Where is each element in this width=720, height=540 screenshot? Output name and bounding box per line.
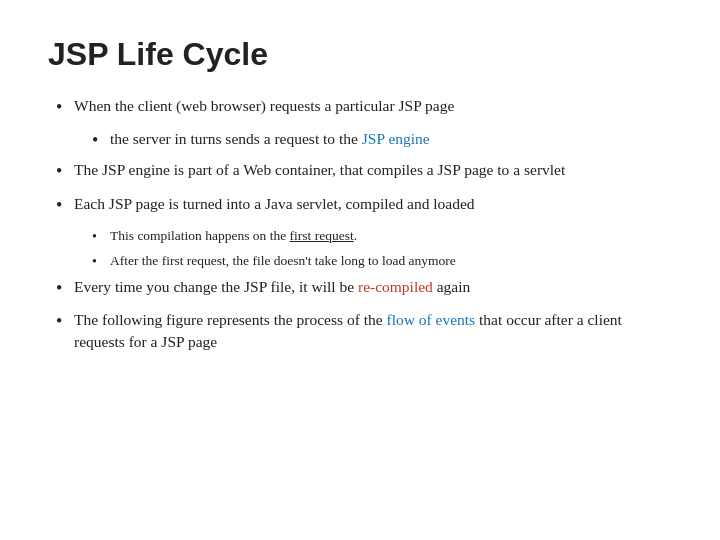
bullet-3-text: Each JSP page is turned into a Java serv…: [74, 193, 672, 215]
bullet-4-text: Every time you change the JSP file, it w…: [74, 276, 672, 298]
bullet-1-text: When the client (web browser) requests a…: [74, 95, 672, 117]
bullet-2-text: The JSP engine is part of a Web containe…: [74, 159, 672, 181]
bullet-3-sub-2: • After the first request, the file does…: [48, 251, 672, 272]
slide-container: JSP Life Cycle • When the client (web br…: [0, 0, 720, 540]
slide-content: • When the client (web browser) requests…: [48, 95, 672, 362]
bullet-1-sub-1-text: the server in turns sends a request to t…: [110, 128, 672, 150]
bullet-5: • The following figure represents the pr…: [48, 309, 672, 354]
bullet-1-sub-1-link: JSP engine: [362, 130, 430, 147]
bullet-4: • Every time you change the JSP file, it…: [48, 276, 672, 301]
bullet-2: • The JSP engine is part of a Web contai…: [48, 159, 672, 184]
bullet-4-dot: •: [56, 276, 74, 301]
bullet-1-sub-1-before: the server in turns sends a request to t…: [110, 130, 362, 147]
bullet-4-before: Every time you change the JSP file, it w…: [74, 278, 358, 295]
bullet-3: • Each JSP page is turned into a Java se…: [48, 193, 672, 218]
bullet-3-sub-1: • This compilation happens on the first …: [48, 226, 672, 247]
bullet-5-before: The following figure represents the proc…: [74, 311, 386, 328]
bullet-3-sub-2-text: After the first request, the file doesn'…: [110, 251, 672, 271]
bullet-5-dot: •: [56, 309, 74, 334]
bullet-3-sub-2-dot: •: [92, 251, 110, 272]
bullet-2-dot: •: [56, 159, 74, 184]
bullet-4-colored: re-compiled: [358, 278, 433, 295]
bullet-1-sub-1: • the server in turns sends a request to…: [48, 128, 672, 153]
slide-title: JSP Life Cycle: [48, 36, 672, 73]
bullet-5-colored: flow of events: [386, 311, 475, 328]
bullet-4-after: again: [433, 278, 470, 295]
bullet-3-sub-1-underline: first request: [290, 228, 354, 243]
bullet-3-sub-1-after: .: [354, 228, 357, 243]
bullet-3-sub-1-dot: •: [92, 226, 110, 247]
bullet-1-sub-1-dot: •: [92, 128, 110, 153]
bullet-3-dot: •: [56, 193, 74, 218]
bullet-1-dot: •: [56, 95, 74, 120]
bullet-1: • When the client (web browser) requests…: [48, 95, 672, 120]
bullet-5-text: The following figure represents the proc…: [74, 309, 672, 354]
bullet-3-sub-1-before: This compilation happens on the: [110, 228, 290, 243]
bullet-3-sub-1-text: This compilation happens on the first re…: [110, 226, 672, 246]
